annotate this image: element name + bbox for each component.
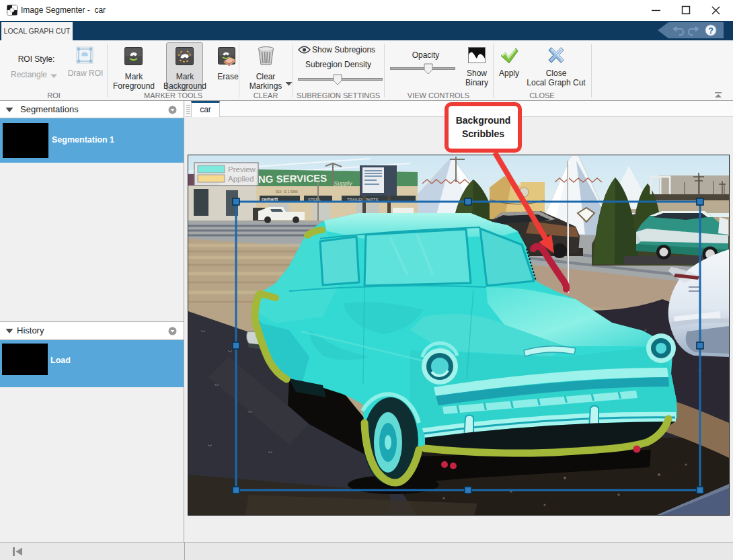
svg-text:NG SERVICES: NG SERVICES: [258, 172, 327, 185]
svg-text:?: ?: [708, 26, 713, 36]
svg-text:Supply: Supply: [334, 180, 352, 187]
svg-text:carhartt: carhartt: [262, 197, 278, 202]
svg-text:Applied: Applied: [228, 175, 254, 183]
svg-text:Preview: Preview: [228, 165, 256, 173]
svg-text:923 - E 1 9386: 923 - E 1 9386: [276, 190, 298, 194]
